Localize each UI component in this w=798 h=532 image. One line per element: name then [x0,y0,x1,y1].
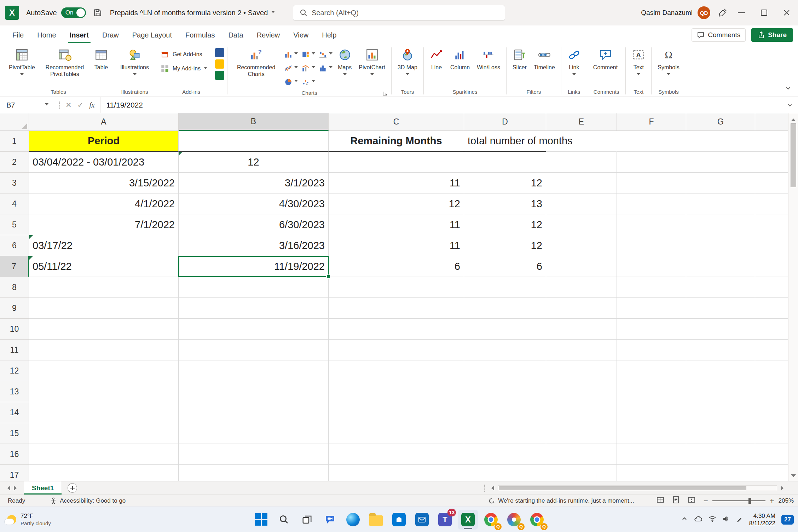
insert-column-chart-button[interactable] [284,50,298,59]
cell-F15[interactable] [617,423,686,444]
cell-A8[interactable] [29,277,179,298]
cell-C15[interactable] [329,423,464,444]
cell-E7[interactable] [546,256,617,277]
ribbon-tab-data[interactable]: Data [221,27,250,43]
recent-addin-icon[interactable] [215,48,224,57]
cell-B10[interactable] [179,319,329,340]
google-app-button[interactable]: Q [504,510,524,530]
cell-B8[interactable] [179,277,329,298]
cell-F10[interactable] [617,319,686,340]
ribbon-tab-formulas[interactable]: Formulas [179,27,221,43]
normal-view-button[interactable] [656,496,665,505]
scroll-down-icon[interactable] [791,474,796,480]
cell-A16[interactable] [29,444,179,465]
insert-scatter-chart-button[interactable] [301,78,315,86]
cell-E9[interactable] [546,298,617,319]
cell-C3[interactable]: 11 [329,173,464,193]
ribbon-tab-help[interactable]: Help [315,27,343,43]
cell-A11[interactable] [29,340,179,360]
name-box[interactable]: B7 [0,97,53,113]
cell-D17[interactable] [464,465,546,481]
ribbon-tab-insert[interactable]: Insert [63,27,96,43]
horizontal-scroll-thumb[interactable] [499,486,746,490]
cell-E4[interactable] [546,193,617,214]
cell-A6[interactable]: 03/17/22 [29,235,179,256]
cell-G10[interactable] [686,319,755,340]
column-header-G[interactable]: G [686,113,755,131]
cell-A1[interactable]: Period [29,131,179,152]
new-sheet-button[interactable] [68,483,77,493]
cell-B4[interactable]: 4/30/2023 [179,193,329,214]
page-break-view-button[interactable] [687,496,696,505]
scroll-up-icon[interactable] [791,116,796,121]
cell-A2[interactable]: 03/04/2022 - 03/01/2023 [29,152,179,173]
cell-D15[interactable] [464,423,546,444]
pen-icon[interactable] [736,515,743,524]
select-all-corner[interactable] [0,113,29,131]
tray-overflow-icon[interactable] [681,515,688,524]
cell-F13[interactable] [617,381,686,402]
vertical-scroll-thumb[interactable] [791,123,796,187]
sparkline-winloss-button[interactable]: Win/Loss [474,45,503,71]
document-title[interactable]: Prepaids ^LN of months formula version 2… [110,9,275,17]
onedrive-cloud-icon[interactable] [694,515,702,524]
recent-addin-icon[interactable] [215,59,224,69]
cell-G12[interactable] [686,360,755,381]
edge-button[interactable] [343,510,363,530]
cell-A9[interactable] [29,298,179,319]
cell-F4[interactable] [617,193,686,214]
cell-G11[interactable] [686,340,755,360]
autosave-toggle[interactable]: On [61,7,86,18]
file-explorer-button[interactable] [366,510,386,530]
row-header-2[interactable]: 2 [0,152,29,173]
cell-D13[interactable] [464,381,546,402]
weather-widget[interactable]: 72°F Partly cloudy [3,507,55,532]
chrome-secondary-button[interactable]: Q [527,510,547,530]
column-header-F[interactable]: F [617,113,686,131]
sparkline-column-button[interactable]: Column [447,45,473,71]
zoom-in-button[interactable]: + [770,497,774,505]
task-view-button[interactable] [297,510,317,530]
share-button[interactable]: Share [751,28,793,42]
excel-app-icon[interactable]: X [5,6,19,20]
user-name[interactable]: Qasim Danazumi [641,9,693,17]
cell-C6[interactable]: 11 [329,235,464,256]
column-header-A[interactable]: A [29,113,179,131]
cell-F12[interactable] [617,360,686,381]
cell-E14[interactable] [546,402,617,423]
column-header-D[interactable]: D [464,113,546,131]
cell-B16[interactable] [179,444,329,465]
sheet-tab-sheet1[interactable]: Sheet1 [24,481,62,495]
row-header-17[interactable]: 17 [0,465,29,481]
enter-icon[interactable]: ✓ [77,101,84,109]
row-header-1[interactable]: 1 [0,131,29,152]
chrome-button[interactable]: Q [481,510,501,530]
new-comment-button[interactable]: Comment [590,45,621,71]
cell-G8[interactable] [686,277,755,298]
cell-B2[interactable]: 12 [179,152,329,173]
cell-F6[interactable] [617,235,686,256]
start-button[interactable] [251,510,271,530]
cell-C7[interactable]: 6 [329,256,464,277]
cell-E10[interactable] [546,319,617,340]
ribbon-tab-page-layout[interactable]: Page Layout [126,27,179,43]
maximize-button[interactable] [753,0,775,25]
ribbon-tab-draw[interactable]: Draw [96,27,126,43]
cell-A10[interactable] [29,319,179,340]
cell-A5[interactable]: 7/1/2022 [29,214,179,235]
horizontal-scrollbar[interactable] [484,481,798,495]
cell-C2[interactable] [329,152,464,173]
cell-G6[interactable] [686,235,755,256]
timeline-button[interactable]: Timeline [531,45,558,71]
horizontal-scroll-track[interactable] [498,485,777,491]
sheet-nav-right-icon[interactable] [14,486,19,491]
outlook-button[interactable] [412,510,432,530]
ribbon-tab-view[interactable]: View [287,27,315,43]
cell-D12[interactable] [464,360,546,381]
cell-A4[interactable]: 4/1/2022 [29,193,179,214]
cell-B6[interactable]: 3/16/2023 [179,235,329,256]
recommended-pivottables-button[interactable]: Recommended PivotTables [39,45,91,78]
insert-line-chart-button[interactable] [284,64,298,73]
taskbar-clock[interactable]: 4:30 AM 8/11/2022 [749,512,775,527]
cell-F8[interactable] [617,277,686,298]
